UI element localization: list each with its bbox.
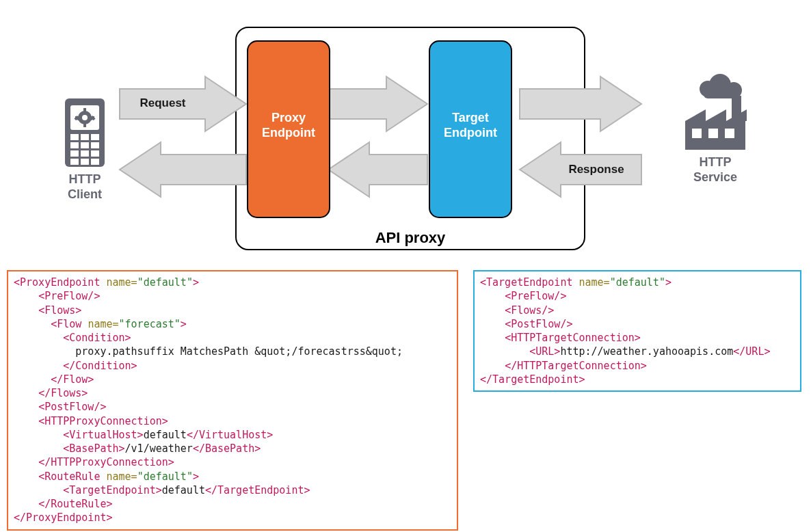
http-service-label-1: HTTP <box>700 155 732 169</box>
response-arrow-mid <box>328 142 427 197</box>
http-client-label-1: HTTP <box>69 172 101 186</box>
svg-rect-33 <box>692 129 702 138</box>
http-client-icon <box>65 98 105 167</box>
svg-rect-32 <box>732 96 741 123</box>
api-proxy-label: API proxy <box>375 229 446 246</box>
svg-marker-37 <box>120 142 246 197</box>
svg-rect-22 <box>81 159 89 165</box>
target-endpoint-label-1: Target <box>452 111 489 124</box>
svg-marker-39 <box>328 142 427 197</box>
svg-marker-29 <box>685 109 706 121</box>
request-label: Request <box>139 96 185 109</box>
target-endpoint-code: <TargetEndpoint name="default"> <PreFlow… <box>473 270 801 392</box>
http-client-label-2: Client <box>68 187 102 201</box>
proxy-flow-name: forecast <box>125 318 174 330</box>
svg-rect-21 <box>70 159 79 165</box>
svg-rect-13 <box>81 134 89 140</box>
svg-marker-40 <box>520 77 641 131</box>
proxy-endpoint-code: <ProxyEndpoint name="default"> <PreFlow/… <box>7 270 458 531</box>
svg-marker-38 <box>328 77 427 131</box>
http-service-label-2: Service <box>693 170 737 184</box>
proxy-virtual-host: default <box>144 429 187 441</box>
svg-marker-30 <box>706 109 726 121</box>
proxy-name-attr: default <box>144 276 187 289</box>
request-arrow-mid <box>328 77 427 131</box>
target-name-attr: default <box>616 276 659 289</box>
svg-rect-4 <box>83 123 86 127</box>
svg-rect-17 <box>91 142 99 148</box>
svg-point-11 <box>82 115 88 120</box>
proxy-endpoint-label-2: Endpoint <box>262 126 315 139</box>
response-label: Response <box>568 163 624 176</box>
svg-rect-23 <box>91 159 99 165</box>
svg-rect-14 <box>91 134 99 140</box>
svg-rect-15 <box>70 142 79 148</box>
svg-rect-34 <box>708 129 718 138</box>
svg-rect-35 <box>725 129 734 138</box>
target-url: http://weather.yahooapis.com <box>560 345 733 358</box>
request-arrow-right <box>520 77 641 131</box>
svg-rect-19 <box>81 150 89 157</box>
api-proxy-diagram: HTTP Client HTTP Service API proxy <box>0 0 811 274</box>
proxy-condition-text: proxy.pathsuffix MatchesPath &quot;/fore… <box>75 345 403 358</box>
svg-rect-20 <box>91 150 99 157</box>
svg-rect-16 <box>81 142 89 148</box>
svg-rect-12 <box>70 134 79 140</box>
http-service-icon <box>685 74 747 150</box>
svg-rect-3 <box>83 108 86 112</box>
proxy-target-endpoint: default <box>162 484 205 496</box>
svg-rect-18 <box>70 150 79 157</box>
proxy-endpoint-label-1: Proxy <box>271 111 306 124</box>
response-arrow-left <box>120 142 246 197</box>
proxy-routerule-name: default <box>144 470 187 483</box>
target-endpoint-label-2: Endpoint <box>444 126 497 139</box>
proxy-base-path: /v1/weather <box>125 442 193 455</box>
